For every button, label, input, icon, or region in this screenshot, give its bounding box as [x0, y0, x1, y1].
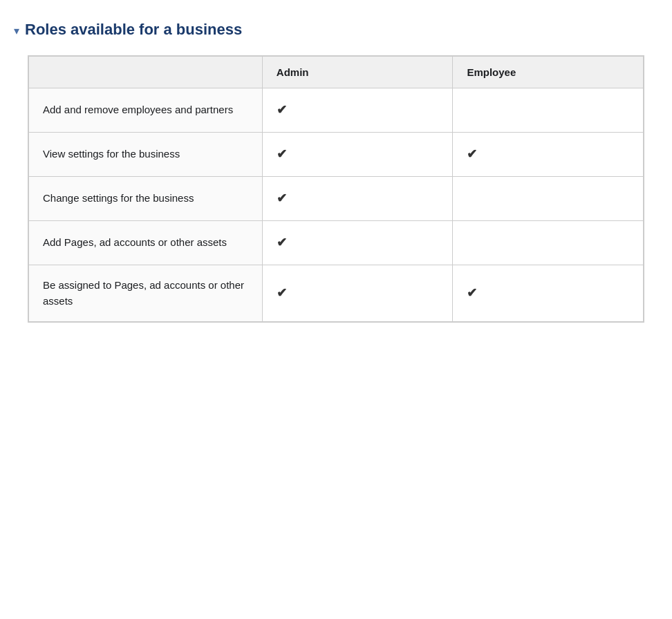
permission-cell: Add and remove employees and partners — [29, 88, 263, 133]
table-row: Be assigned to Pages, ad accounts or oth… — [29, 265, 644, 322]
table-row: Change settings for the business✔ — [29, 177, 644, 221]
col-header-admin: Admin — [262, 57, 453, 88]
table-body: Add and remove employees and partners✔Vi… — [29, 88, 644, 322]
col-header-permission — [29, 57, 263, 88]
section-title: Roles available for a business — [25, 21, 242, 39]
check-icon: ✔ — [277, 236, 287, 249]
roles-table-wrapper: Admin Employee Add and remove employees … — [28, 55, 644, 323]
header-row: Admin Employee — [29, 57, 644, 88]
employee-cell — [453, 88, 644, 133]
employee-cell — [453, 177, 644, 221]
check-icon: ✔ — [277, 191, 287, 205]
check-icon: ✔ — [467, 286, 477, 300]
employee-cell — [453, 221, 644, 265]
table-header: Admin Employee — [29, 57, 644, 88]
table-row: Add Pages, ad accounts or other assets✔ — [29, 221, 644, 265]
admin-cell: ✔ — [262, 133, 453, 177]
table-row: Add and remove employees and partners✔ — [29, 88, 644, 133]
admin-cell: ✔ — [262, 177, 453, 221]
col-header-employee: Employee — [453, 57, 644, 88]
table-row: View settings for the business✔✔ — [29, 133, 644, 177]
employee-cell: ✔ — [453, 265, 644, 322]
permission-cell: View settings for the business — [29, 133, 263, 177]
permission-cell: Add Pages, ad accounts or other assets — [29, 221, 263, 265]
admin-cell: ✔ — [262, 221, 453, 265]
permission-cell: Change settings for the business — [29, 177, 263, 221]
admin-cell: ✔ — [262, 88, 453, 133]
chevron-icon[interactable]: ▾ — [14, 24, 19, 37]
check-icon: ✔ — [277, 286, 287, 300]
check-icon: ✔ — [277, 103, 287, 117]
permission-cell: Be assigned to Pages, ad accounts or oth… — [29, 265, 263, 322]
section-header: ▾ Roles available for a business — [14, 21, 658, 39]
check-icon: ✔ — [277, 147, 287, 161]
check-icon: ✔ — [467, 147, 477, 161]
roles-table: Admin Employee Add and remove employees … — [28, 56, 644, 322]
employee-cell: ✔ — [453, 133, 644, 177]
admin-cell: ✔ — [262, 265, 453, 322]
